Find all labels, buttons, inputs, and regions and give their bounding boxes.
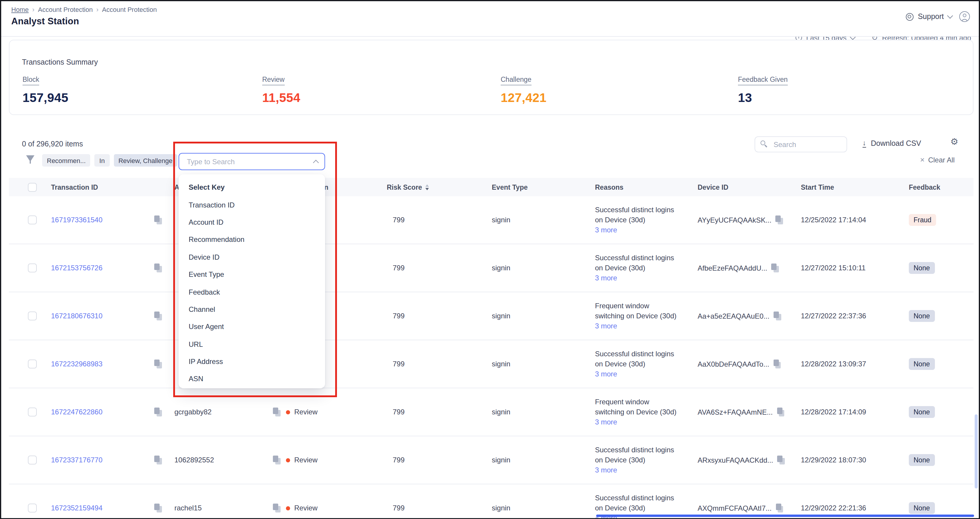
filter-chip[interactable]: Recommen... (42, 154, 91, 167)
dropdown-option[interactable]: ASN (178, 370, 325, 388)
more-reasons-link[interactable]: 3 more (595, 369, 617, 379)
dropdown-group-label: Select Key (178, 179, 325, 196)
column-header-start_time: Start Time (801, 184, 834, 190)
filter-chip[interactable]: In (95, 154, 110, 167)
copy-icon[interactable] (154, 216, 162, 224)
recommendation: Review (286, 408, 318, 416)
dropdown-option[interactable]: Feedback (178, 283, 325, 301)
dropdown-option[interactable]: URL (178, 335, 325, 353)
column-header-reasons: Reasons (595, 184, 624, 190)
more-reasons-link[interactable]: 3 more (595, 417, 617, 427)
dropdown-option[interactable]: Channel (178, 300, 325, 318)
row-checkbox[interactable] (28, 408, 37, 416)
copy-icon[interactable] (154, 408, 162, 416)
reasons: Successful distinct loginson Device (30d… (595, 253, 701, 283)
download-csv-button[interactable]: ↓ Download CSV (862, 139, 921, 148)
clear-all-button[interactable]: × Clear All (920, 156, 955, 164)
copy-icon[interactable] (273, 456, 281, 465)
dropdown-option[interactable]: Device ID (178, 248, 325, 266)
breadcrumb: Home › Account Protection › Account Prot… (11, 6, 157, 13)
risk-score: 799 (393, 504, 404, 512)
copy-icon[interactable] (773, 360, 781, 368)
topbar-actions: Support (906, 11, 970, 22)
breadcrumb-account-protection[interactable]: Account Protection (38, 6, 93, 13)
transaction-id-link[interactable]: 1672232968983 (51, 360, 103, 368)
transactions-summary-card: Transactions Summary Block157,945Review1… (9, 40, 974, 115)
more-reasons-link[interactable]: 3 more (595, 465, 617, 475)
transaction-id-link[interactable]: 1672247622860 (51, 408, 103, 416)
key-search-field[interactable] (178, 153, 325, 170)
metric-label[interactable]: Review (262, 76, 285, 85)
account-id: rachel15 (174, 504, 202, 512)
more-reasons-link[interactable]: 3 more (595, 273, 617, 283)
row-checkbox[interactable] (28, 311, 37, 321)
metric-label[interactable]: Feedback Given (738, 76, 788, 85)
sort-icons[interactable] (426, 184, 429, 190)
transaction-id-link[interactable]: 1672153756726 (51, 264, 103, 272)
copy-icon[interactable] (154, 360, 162, 368)
breadcrumb-home[interactable]: Home (11, 6, 29, 13)
row-checkbox[interactable] (28, 503, 37, 513)
copy-icon[interactable] (777, 408, 785, 416)
transaction-id-link[interactable]: 1671973361540 (51, 216, 103, 224)
transaction-id-link[interactable]: 1672180676310 (51, 312, 103, 320)
risk-score: 799 (393, 456, 404, 464)
copy-icon[interactable] (273, 408, 281, 416)
more-reasons-link[interactable]: 3 more (595, 225, 617, 235)
support-label: Support (918, 13, 944, 21)
copy-icon[interactable] (273, 503, 281, 513)
table-row: 1672232968983799signinSuccessful distinc… (9, 340, 974, 388)
table-search[interactable] (754, 136, 847, 152)
filter-chip[interactable]: Review, Challenge (114, 154, 177, 167)
copy-icon[interactable] (772, 263, 780, 272)
start-time: 12/25/2022 17:14:04 (801, 216, 866, 224)
user-avatar[interactable] (959, 11, 970, 22)
key-search-input[interactable] (186, 157, 314, 166)
row-checkbox[interactable] (28, 456, 37, 465)
horizontal-scrollbar-thumb[interactable] (596, 514, 974, 517)
more-reasons-link[interactable]: 3 more (595, 321, 617, 331)
support-menu[interactable]: Support (906, 13, 952, 21)
top-header: Home › Account Protection › Account Prot… (1, 1, 979, 37)
dropdown-option[interactable]: User Agent (178, 318, 325, 335)
risk-score: 799 (393, 360, 404, 368)
copy-icon[interactable] (777, 456, 786, 465)
metric-label[interactable]: Challenge (501, 76, 531, 85)
dropdown-option[interactable]: IP Address (178, 353, 325, 370)
copy-icon[interactable] (154, 456, 162, 465)
copy-icon[interactable] (776, 503, 784, 513)
summary-title: Transactions Summary (22, 58, 98, 67)
row-checkbox[interactable] (28, 360, 37, 368)
vertical-scrollbar-thumb[interactable] (974, 414, 977, 489)
copy-icon[interactable] (154, 503, 162, 513)
breadcrumb-current: Account Protection (102, 6, 157, 13)
risk-score: 799 (393, 216, 404, 224)
select-all-checkbox[interactable] (28, 183, 37, 192)
clear-icon: × (920, 157, 924, 163)
table-row: 1671973361540799signinSuccessful distinc… (9, 196, 974, 244)
column-header-risk_score[interactable]: Risk Score (387, 184, 429, 190)
metric-label[interactable]: Block (22, 76, 39, 85)
reason-line: Frequent window (595, 301, 701, 311)
metric-value: 157,945 (22, 90, 68, 105)
dropdown-option[interactable]: Account ID (178, 214, 325, 231)
feedback-badge: None (909, 262, 935, 274)
search-input[interactable] (772, 140, 840, 149)
copy-icon[interactable] (776, 216, 784, 224)
recommendation-label: Review (294, 504, 318, 512)
dropdown-option[interactable]: Transaction ID (178, 196, 325, 214)
copy-icon[interactable] (154, 263, 162, 272)
dropdown-option[interactable]: Event Type (178, 266, 325, 283)
transaction-id-link[interactable]: 1672352159494 (51, 504, 103, 512)
row-checkbox[interactable] (28, 263, 37, 272)
transaction-id-link[interactable]: 1672337176770 (51, 456, 103, 464)
start-time: 12/28/2022 17:14:09 (801, 408, 866, 416)
event-type: signin (492, 504, 511, 512)
dropdown-option[interactable]: Recommendation (178, 231, 325, 248)
row-checkbox[interactable] (28, 216, 37, 224)
chevron-up-icon (313, 159, 319, 165)
device-id: AXQmmFCFAQAAtI7... (698, 504, 772, 512)
copy-icon[interactable] (154, 311, 162, 321)
gear-icon[interactable]: ⚙ (950, 137, 958, 146)
copy-icon[interactable] (773, 311, 782, 321)
